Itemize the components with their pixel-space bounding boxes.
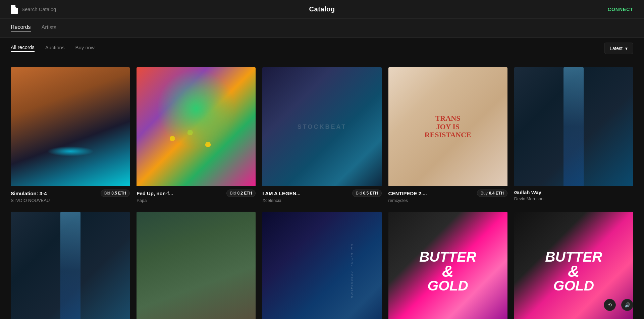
price-badge-sim3: Bid 0.5 ETH <box>101 190 130 197</box>
card-image-centipede: TRANSJOY ISRESISTANCE <box>388 67 507 186</box>
card-image-sim3 <box>11 67 130 186</box>
record-card-portrait[interactable] <box>137 212 256 319</box>
card-title-row-fedup: Fed Up, non-f... Bid 0.2 ETH <box>137 190 256 197</box>
card-title-gullah: Gullah Way <box>514 190 633 195</box>
card-title-row-centipede: CENTIPEDE 2.... Buy 0.4 ETH <box>388 190 507 197</box>
badge-type-legend: Bid <box>356 191 362 196</box>
catalog-title-wrap: Catalog <box>309 5 335 13</box>
card-title-sim3: Simulation: 3-4 <box>11 191 98 196</box>
card-artist-centipede: remcycles <box>388 198 507 203</box>
search-catalog-button[interactable]: Search Catalog <box>11 5 56 14</box>
card-title-row-gullah: Gullah Way <box>514 190 633 195</box>
card-title-row-sim3: Simulation: 3-4 Bid 0.5 ETH <box>11 190 130 197</box>
repeat-icon-button[interactable]: ⟲ <box>604 299 616 311</box>
badge-amount-sim3: 0.5 ETH <box>111 191 126 196</box>
card-title-centipede: CENTIPEDE 2.... <box>388 191 475 196</box>
trans-joy-overlay: TRANSJOY ISRESISTANCE <box>388 67 507 186</box>
card-artist-legend: Xcelencia <box>262 198 381 203</box>
record-card-butter1[interactable]: BUTTER&GOLD Oakk <box>388 212 507 319</box>
card-image-gullah2 <box>11 212 130 319</box>
vertical-text-cyber: MALINKTION · CORPORATION <box>350 244 353 299</box>
badge-type-centipede: Buy <box>481 191 488 196</box>
gullah-pillar <box>564 67 584 186</box>
card-image-cyber: MALINKTION · CORPORATION <box>262 212 381 319</box>
bottom-icons: ⟲ 🔊 <box>604 299 633 311</box>
card-artist-sim3: STVDIO NOUVEAU <box>11 198 130 203</box>
card-info-legend: I AM A LEGEN... Bid 0.5 ETH Xcelencia <box>262 186 381 205</box>
card-artist-fedup: Papa <box>137 198 256 203</box>
secondary-nav: Records Artists <box>0 19 644 38</box>
record-card-legend[interactable]: STOCKBEAT I AM A LEGEN... Bid 0.5 ETH Xc… <box>262 67 381 205</box>
card-image-butter1: BUTTER&GOLD <box>388 212 507 319</box>
card-artist-gullah: Devin Morrison <box>514 196 633 201</box>
filter-all-records[interactable]: All records <box>11 44 35 52</box>
gullah-pillar-2 <box>60 212 80 319</box>
connect-button[interactable]: CONNECT <box>608 7 633 12</box>
price-badge-centipede: Buy 0.4 ETH <box>477 190 507 197</box>
tab-artists[interactable]: Artists <box>42 24 56 32</box>
sort-label: Latest <box>610 46 623 51</box>
card-title-fedup: Fed Up, non-f... <box>137 191 224 196</box>
card-image-portrait <box>137 212 256 319</box>
legend-watermark: STOCKBEAT <box>298 123 346 130</box>
butter-overlay-1: BUTTER&GOLD <box>388 212 507 319</box>
card-info-sim3: Simulation: 3-4 Bid 0.5 ETH STVDIO NOUVE… <box>11 186 130 205</box>
record-card-sim3[interactable]: Simulation: 3-4 Bid 0.5 ETH STVDIO NOUVE… <box>11 67 130 205</box>
filter-auctions[interactable]: Auctions <box>45 45 65 52</box>
badge-amount-fedup: 0.2 ETH <box>237 191 252 196</box>
badge-amount-centipede: 0.4 ETH <box>489 191 504 196</box>
card-info-gullah: Gullah Way Devin Morrison <box>514 186 633 203</box>
catalog-title: Catalog <box>309 5 335 13</box>
card-title-row-legend: I AM A LEGEN... Bid 0.5 ETH <box>262 190 381 197</box>
card-image-legend: STOCKBEAT <box>262 67 381 186</box>
filter-bar: All records Auctions Buy now Latest ▾ <box>0 38 644 59</box>
volume-icon-button[interactable]: 🔊 <box>621 299 633 311</box>
badge-type-fedup: Bid <box>230 191 236 196</box>
sort-button[interactable]: Latest ▾ <box>604 43 633 54</box>
catalog-icon <box>11 5 18 14</box>
repeat-icon: ⟲ <box>608 302 612 308</box>
card-image-gullah <box>514 67 633 186</box>
card-title-legend: I AM A LEGEN... <box>262 191 350 196</box>
record-card-fedup[interactable]: Fed Up, non-f... Bid 0.2 ETH Papa <box>137 67 256 205</box>
card-info-centipede: CENTIPEDE 2.... Buy 0.4 ETH remcycles <box>388 186 507 205</box>
filter-buy-now[interactable]: Buy now <box>75 45 95 52</box>
volume-icon: 🔊 <box>625 302 630 308</box>
badge-type-sim3: Bid <box>104 191 110 196</box>
search-catalog-label: Search Catalog <box>21 6 56 12</box>
price-badge-legend: Bid 0.5 ETH <box>352 190 381 197</box>
tab-records[interactable]: Records <box>11 24 31 32</box>
sort-wrapper: Latest ▾ <box>604 43 633 54</box>
top-nav: Search Catalog Catalog CONNECT <box>0 0 644 19</box>
record-card-gullah[interactable]: Gullah Way Devin Morrison <box>514 67 633 205</box>
butter-text-1: BUTTER&GOLD <box>419 250 476 292</box>
card-image-fedup <box>137 67 256 186</box>
butter-text-2: BUTTER&GOLD <box>545 250 602 292</box>
record-card-cyber[interactable]: MALINKTION · CORPORATION <box>262 212 381 319</box>
badge-amount-legend: 0.5 ETH <box>363 191 378 196</box>
record-card-gullah2[interactable] <box>11 212 130 319</box>
main-content: Simulation: 3-4 Bid 0.5 ETH STVDIO NOUVE… <box>0 59 644 319</box>
record-card-centipede[interactable]: TRANSJOY ISRESISTANCE CENTIPEDE 2.... Bu… <box>388 67 507 205</box>
records-grid: Simulation: 3-4 Bid 0.5 ETH STVDIO NOUVE… <box>11 67 633 319</box>
price-badge-fedup: Bid 0.2 ETH <box>226 190 256 197</box>
card-info-fedup: Fed Up, non-f... Bid 0.2 ETH Papa <box>137 186 256 205</box>
trans-joy-text: TRANSJOY ISRESISTANCE <box>425 114 471 139</box>
chevron-down-icon: ▾ <box>625 46 628 51</box>
